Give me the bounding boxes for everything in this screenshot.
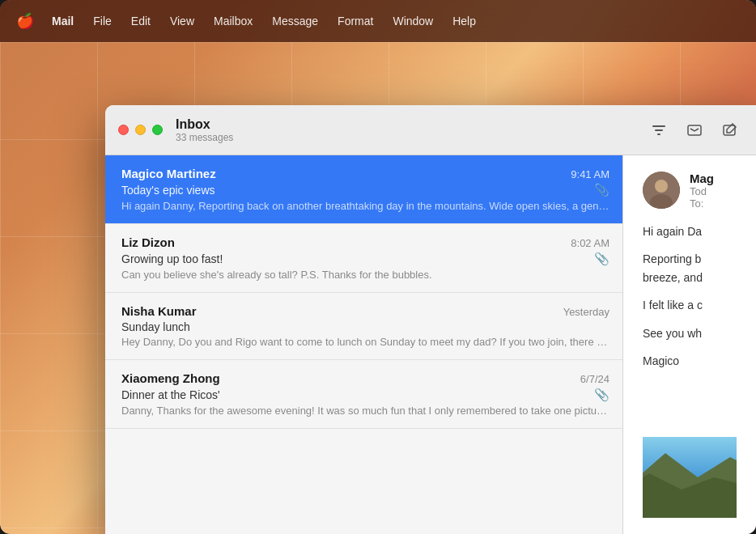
email-header-3: Nisha Kumar Yesterday — [121, 304, 609, 318]
detail-header: Mag Tod To: — [643, 172, 737, 210]
email-header-4: Xiaomeng Zhong 6/7/24 — [121, 371, 609, 385]
subject-3: Sunday lunch — [121, 320, 609, 333]
sender-3: Nisha Kumar — [121, 304, 197, 318]
titlebar-icons — [646, 117, 743, 143]
menu-message[interactable]: Message — [264, 11, 326, 31]
close-button[interactable] — [118, 125, 129, 135]
compose-icon[interactable] — [682, 117, 707, 143]
time-1: 9:41 AM — [571, 168, 609, 180]
traffic-lights — [118, 125, 163, 135]
new-message-icon[interactable] — [717, 117, 743, 143]
filter-icon[interactable] — [646, 117, 672, 143]
preview-1: Hi again Danny, Reporting back on anothe… — [121, 200, 609, 212]
body-line-1: Hi again Da — [643, 222, 737, 240]
menu-help[interactable]: Help — [444, 11, 484, 31]
time-4: 6/7/24 — [580, 373, 609, 385]
menu-bar: 🍎 Mail File Edit View Mailbox Message Fo… — [0, 0, 756, 42]
menu-view[interactable]: View — [162, 11, 202, 31]
subject-4: Dinner at the Ricos' 📎 — [121, 388, 609, 402]
sender-1: Magico Martinez — [121, 167, 216, 180]
svg-rect-0 — [652, 125, 665, 127]
window-title-text: Inbox 33 messages — [176, 117, 233, 143]
detail-date: Tod — [690, 185, 737, 197]
svg-rect-3 — [688, 125, 701, 135]
time-3: Yesterday — [563, 306, 609, 318]
maximize-button[interactable] — [152, 125, 163, 135]
attachment-icon-1: 📎 — [594, 183, 609, 197]
body-line-2: Reporting bbreeze, and — [643, 250, 737, 286]
subject-2: Growing up too fast! 📎 — [121, 252, 609, 266]
avatar — [643, 172, 680, 209]
preview-3: Hey Danny, Do you and Rigo want to come … — [121, 336, 609, 348]
email-item-3[interactable]: Nisha Kumar Yesterday Sunday lunch Hey D… — [105, 293, 622, 360]
sender-4: Xiaomeng Zhong — [121, 371, 220, 385]
detail-to: To: — [690, 197, 737, 210]
menu-window[interactable]: Window — [384, 11, 441, 31]
email-list[interactable]: Magico Martinez 9:41 AM Today's epic vie… — [105, 155, 623, 534]
time-2: 8:02 AM — [571, 237, 609, 249]
minimize-button[interactable] — [135, 125, 146, 135]
detail-meta: Mag Tod To: — [690, 172, 737, 210]
window-subtitle: 33 messages — [176, 132, 233, 143]
window-titlebar: Inbox 33 messages — [105, 105, 756, 155]
email-header-2: Liz Dizon 8:02 AM — [121, 235, 609, 249]
svg-point-6 — [655, 180, 668, 193]
email-item-2[interactable]: Liz Dizon 8:02 AM Growing up too fast! 📎… — [105, 224, 622, 293]
body-line-4: See you wh — [643, 324, 737, 342]
detail-sender-name: Mag — [690, 172, 737, 185]
detail-body: Hi again Da Reporting bbreeze, and I fel… — [643, 222, 737, 379]
menu-file[interactable]: File — [85, 11, 120, 31]
window-title: Inbox — [176, 117, 233, 132]
preview-2: Can you believe she's already so tall? P… — [121, 269, 609, 281]
email-header-1: Magico Martinez 9:41 AM — [121, 167, 609, 180]
attachment-icon-4: 📎 — [594, 388, 609, 402]
menu-edit[interactable]: Edit — [123, 11, 159, 31]
svg-rect-2 — [657, 134, 660, 135]
subject-1: Today's epic views 📎 — [121, 183, 609, 197]
menu-format[interactable]: Format — [329, 11, 381, 31]
apple-menu[interactable]: 🍎 — [10, 9, 40, 33]
sender-2: Liz Dizon — [121, 235, 175, 249]
email-item-4[interactable]: Xiaomeng Zhong 6/7/24 Dinner at the Rico… — [105, 360, 622, 429]
svg-rect-1 — [655, 129, 663, 131]
preview-4: Danny, Thanks for the awesome evening! I… — [121, 405, 609, 417]
menu-mailbox[interactable]: Mailbox — [206, 11, 261, 31]
email-item-1[interactable]: Magico Martinez 9:41 AM Today's epic vie… — [105, 155, 622, 224]
menu-mail[interactable]: Mail — [44, 11, 82, 31]
body-signature: Magico — [643, 352, 737, 370]
window-content: Magico Martinez 9:41 AM Today's epic vie… — [105, 155, 756, 534]
body-line-3: I felt like a c — [643, 296, 737, 314]
attachment-icon-2: 📎 — [594, 252, 609, 266]
detail-image — [643, 437, 737, 518]
mail-window: Inbox 33 messages — [105, 105, 756, 534]
email-detail: Mag Tod To: Hi again Da Reporting bbreez… — [623, 155, 756, 534]
